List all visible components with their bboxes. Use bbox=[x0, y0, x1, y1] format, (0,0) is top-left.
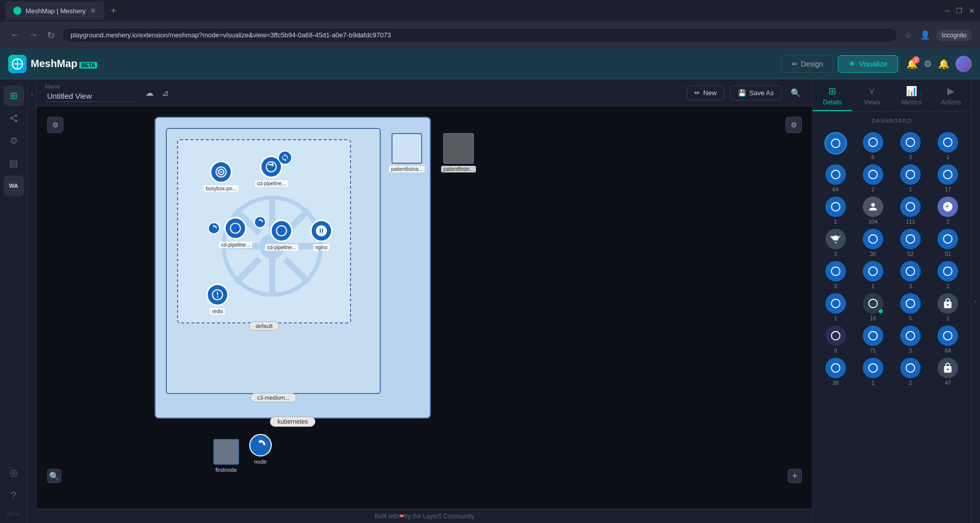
tab-actions[interactable]: ▶ Actions bbox=[931, 79, 971, 111]
forward-button[interactable]: → bbox=[27, 28, 40, 42]
sidebar-item-storage[interactable]: ▤ bbox=[4, 153, 24, 173]
new-tab-button[interactable]: + bbox=[107, 4, 121, 18]
dashboard-item-9[interactable]: 9 bbox=[819, 325, 852, 354]
dashboard-item-30[interactable]: 30 bbox=[856, 229, 889, 257]
k8s-icon-9 bbox=[825, 325, 846, 346]
tab-metrics[interactable]: 📊 Metrics bbox=[892, 79, 931, 111]
search-button[interactable]: 🔍 bbox=[788, 85, 804, 101]
dashboard-item-17[interactable]: 17 bbox=[931, 164, 965, 192]
close-window-button[interactable]: ✕ bbox=[969, 7, 975, 15]
app-shell: MeshMap BETA ✏ Design 👁 Visualize 🔔 1 ⚙ … bbox=[0, 49, 980, 523]
design-tab[interactable]: ✏ Design bbox=[781, 55, 834, 73]
tab-details[interactable]: ⊞ Details bbox=[813, 79, 852, 111]
dashboard-item-2b[interactable]: 2 bbox=[931, 197, 965, 225]
node-firstnode[interactable]: firstnode bbox=[213, 439, 239, 473]
pod-spinner-3[interactable] bbox=[254, 216, 266, 228]
new-button[interactable]: ✏ New bbox=[687, 85, 724, 100]
dashboard-item-3[interactable]: 3 bbox=[894, 132, 927, 160]
reload-button[interactable]: ↻ bbox=[45, 28, 57, 43]
pod-cd-pipeline-3[interactable]: cd-pipeline... bbox=[265, 220, 298, 251]
dashboard-item-16[interactable]: 16 bbox=[856, 293, 889, 321]
close-tab-button[interactable]: ✕ bbox=[90, 7, 96, 15]
sidebar-item-wasm[interactable]: WA bbox=[4, 176, 24, 196]
dashboard-item-71[interactable]: 71 bbox=[856, 325, 889, 354]
pod-busybox[interactable]: busybox-po... bbox=[204, 161, 238, 192]
pod-cd-pipeline-2[interactable]: cd-pipeline... bbox=[219, 217, 252, 248]
sidebar-item-dashboard[interactable]: ⊞ bbox=[4, 85, 24, 106]
service-patientlist-label: patientlistna... bbox=[389, 166, 425, 172]
dashboard-item-main[interactable] bbox=[819, 132, 852, 160]
tab-views[interactable]: ⋎ Views bbox=[852, 79, 891, 111]
profile-icon[interactable]: 👤 bbox=[918, 28, 932, 42]
dashboard-item-3d[interactable]: 3 bbox=[894, 261, 927, 289]
dashboard-item-1f[interactable]: 1 bbox=[819, 293, 852, 321]
dashboard-item-64b[interactable]: 64 bbox=[931, 325, 965, 354]
pod-spinner-1[interactable] bbox=[278, 150, 292, 165]
right-collapse-toggle[interactable]: ‹ bbox=[971, 79, 980, 523]
save-as-button[interactable]: 💾 Save As bbox=[730, 85, 781, 100]
plugin-button[interactable]: ⚙ bbox=[47, 117, 63, 133]
service-patientlist[interactable]: patientlistna... bbox=[389, 133, 425, 172]
dashboard-item-1b[interactable]: 1 bbox=[894, 164, 927, 192]
incognito-button[interactable]: Incognito bbox=[937, 30, 972, 41]
dashboard-item-51[interactable]: 51 bbox=[931, 229, 965, 257]
dashboard-item-64[interactable]: 64 bbox=[819, 164, 852, 192]
maximize-button[interactable]: ❐ bbox=[956, 7, 963, 15]
dashboard-item-104[interactable]: 104 bbox=[856, 197, 889, 225]
filter-icon[interactable]: ⊿ bbox=[162, 88, 168, 98]
k8s-icon-2 bbox=[863, 164, 883, 185]
canvas-viewport[interactable]: ⚙ ⚙ bbox=[37, 106, 812, 509]
dashboard-item-1a[interactable]: 1 bbox=[931, 132, 965, 160]
top-navbar: MeshMap BETA ✏ Design 👁 Visualize 🔔 1 ⚙ … bbox=[0, 49, 980, 79]
sidebar-item-share[interactable] bbox=[4, 108, 24, 128]
visualize-tab[interactable]: 👁 Visualize bbox=[838, 55, 898, 73]
dashboard-item-111[interactable]: 111 bbox=[894, 197, 927, 225]
notification-bell-icon[interactable]: 🔔 1 bbox=[906, 58, 918, 70]
dashboard-item-1e[interactable]: 1 bbox=[931, 261, 965, 289]
url-bar[interactable]: playground.meshery.io/extension/meshmap?… bbox=[62, 28, 898, 42]
main-layout: ⊞ ⚙ ▤ WA ◎ ? v0.718 › bbox=[0, 79, 980, 523]
cloud-icon[interactable]: ☁ bbox=[145, 88, 154, 98]
pod-nginx[interactable]: nginx bbox=[310, 220, 333, 251]
dashboard-item-1c[interactable]: 1 bbox=[819, 197, 852, 225]
node-node[interactable]: node bbox=[249, 434, 272, 465]
dashboard-item-30b[interactable]: 30 bbox=[819, 358, 852, 386]
right-panel-content: DASHBOARD 6 bbox=[813, 112, 971, 523]
sidebar-item-help[interactable]: ? bbox=[4, 485, 24, 506]
bookmark-icon[interactable]: ☆ bbox=[903, 28, 914, 42]
dashboard-item-3c[interactable]: 3 bbox=[819, 261, 852, 289]
dot-indicator bbox=[878, 309, 883, 314]
sidebar-item-settings[interactable]: ⚙ bbox=[4, 130, 24, 151]
user-icon-104 bbox=[863, 197, 883, 217]
dashboard-item-1h[interactable]: 1 bbox=[856, 358, 889, 386]
minimize-button[interactable]: ─ bbox=[945, 7, 950, 15]
user-avatar[interactable] bbox=[955, 56, 972, 72]
settings-icon[interactable]: ⚙ bbox=[924, 58, 932, 70]
dashboard-item-47[interactable]: 47 bbox=[931, 358, 965, 386]
dashboard-item-1g[interactable]: 1 bbox=[931, 293, 965, 321]
dashboard-item-2c[interactable]: 2 bbox=[894, 358, 927, 386]
sidebar-item-location[interactable]: ◎ bbox=[4, 463, 24, 483]
dashboard-item-3e[interactable]: 3 bbox=[894, 325, 927, 354]
pod-spinner-2[interactable] bbox=[208, 222, 220, 234]
dashboard-item-5[interactable]: 5 bbox=[894, 293, 927, 321]
alert-icon[interactable]: 🔔 bbox=[938, 58, 949, 70]
metrics-icon: 📊 bbox=[906, 85, 917, 97]
dashboard-item-3b[interactable]: 3 bbox=[819, 229, 852, 257]
count-1e: 1 bbox=[946, 283, 949, 289]
dashboard-item-52[interactable]: 52 bbox=[894, 229, 927, 257]
back-button[interactable]: ← bbox=[8, 28, 21, 42]
view-name-input[interactable] bbox=[45, 91, 137, 102]
dashboard-item-2[interactable]: 2 bbox=[856, 164, 889, 192]
zoom-out-button[interactable]: 🔍 bbox=[47, 469, 61, 483]
browser-tab[interactable]: MeshMap | Meshery ✕ bbox=[5, 2, 104, 20]
add-node-button[interactable]: + bbox=[788, 469, 802, 483]
canvas-settings-button[interactable]: ⚙ bbox=[786, 117, 802, 133]
pod-redis[interactable]: redis bbox=[206, 284, 229, 315]
dashboard-item-1d[interactable]: 1 bbox=[856, 261, 889, 289]
left-collapse-toggle[interactable]: › bbox=[28, 79, 37, 110]
dashboard-grid: 6 3 1 bbox=[819, 132, 965, 386]
count-1g: 1 bbox=[946, 315, 949, 321]
service-patientfirst[interactable]: patientfirstn... bbox=[441, 133, 476, 172]
dashboard-item-6[interactable]: 6 bbox=[856, 132, 889, 160]
